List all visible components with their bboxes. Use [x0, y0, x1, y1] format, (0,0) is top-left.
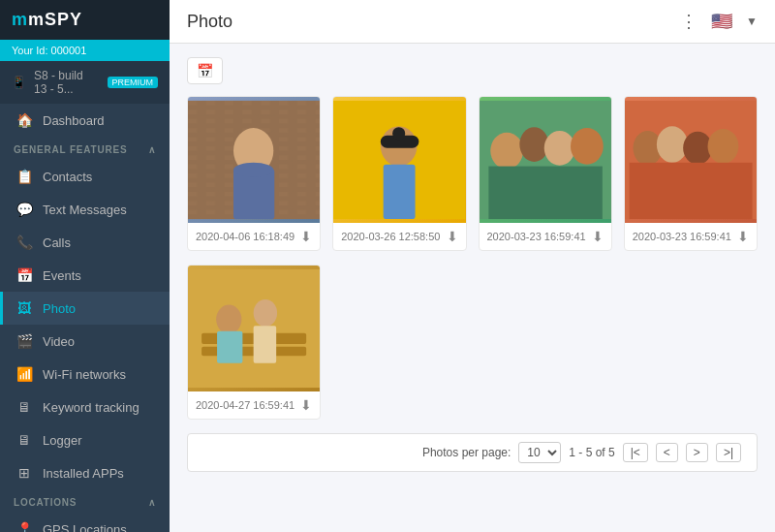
events-label: Events — [43, 268, 81, 283]
sidebar-item-keyword[interactable]: 🖥 Keyword tracking — [0, 391, 170, 423]
photo-date-5: 2020-04-27 16:59:41 — [196, 399, 294, 411]
video-label: Video — [43, 334, 75, 349]
sidebar-item-text-messages[interactable]: 💬 Text Messages — [0, 193, 170, 226]
sidebar-item-contacts[interactable]: 📋 Contacts — [0, 160, 170, 193]
gps-icon: 📍 — [16, 521, 33, 532]
photo-card-4: 2020-03-23 16:59:41 ⬇ — [624, 96, 758, 251]
photo-card-2: 2020-03-26 12:58:50 ⬇ — [332, 96, 466, 251]
collapse-locations-icon[interactable]: ∧ — [148, 497, 156, 508]
sidebar-item-apps[interactable]: ⊞ Installed APPs — [0, 456, 170, 489]
sidebar-item-logger[interactable]: 🖥 Logger — [0, 423, 170, 456]
top-bar-right: ⋮ 🇺🇸 ▼ — [680, 11, 758, 32]
sidebar: mmSPY Your Id: 000001 📱 S8 - build 13 - … — [0, 0, 170, 532]
video-icon: 🎬 — [16, 333, 33, 349]
svg-point-6 — [233, 163, 273, 177]
svg-point-27 — [216, 305, 241, 334]
svg-rect-30 — [254, 326, 276, 363]
sidebar-item-dashboard[interactable]: 🏠 Dashboard — [0, 104, 170, 137]
content-area: 📅 — [170, 44, 775, 532]
text-messages-label: Text Messages — [43, 203, 127, 217]
sidebar-item-gps[interactable]: 📍 GPS Locations — [0, 513, 170, 532]
logo-text: mSPY — [28, 10, 82, 29]
user-id-bar: Your Id: 000001 — [0, 40, 170, 61]
sidebar-item-photo[interactable]: 🖼 Photo — [0, 292, 170, 325]
messages-icon: 💬 — [16, 202, 33, 217]
per-page-label: Photos per page: — [422, 446, 511, 459]
locations-label: LOCATIONS — [14, 497, 77, 508]
download-btn-2[interactable]: ⬇ — [447, 229, 458, 244]
device-icon: 📱 — [12, 76, 26, 89]
sidebar-header: mmSPY — [0, 0, 170, 40]
main-content: Photo ⋮ 🇺🇸 ▼ 📅 — [170, 0, 775, 532]
contacts-label: Contacts — [43, 170, 92, 184]
top-bar: Photo ⋮ 🇺🇸 ▼ — [170, 0, 775, 44]
photo-meta-1: 2020-04-06 16:18:49 ⬇ — [188, 223, 320, 250]
user-id-label: Your Id: 000001 — [12, 45, 86, 56]
calls-label: Calls — [43, 235, 71, 250]
svg-point-16 — [570, 128, 603, 165]
photo-date-4: 2020-03-23 16:59:41 — [633, 231, 731, 242]
download-btn-4[interactable]: ⬇ — [737, 229, 749, 244]
download-btn-5[interactable]: ⬇ — [300, 397, 312, 413]
calls-icon: 📞 — [16, 235, 33, 250]
photo-svg-1 — [188, 97, 320, 223]
svg-point-28 — [254, 299, 277, 327]
first-page-btn[interactable]: |< — [623, 443, 648, 462]
photo-date-2: 2020-03-26 12:58:50 — [341, 231, 440, 242]
wifi-label: Wi-Fi networks — [43, 367, 126, 382]
dashboard-label: Dashboard — [43, 113, 105, 128]
photo-thumb-1 — [188, 97, 320, 223]
page-title: Photo — [187, 12, 232, 32]
photo-grid-row1: 2020-04-06 16:18:49 ⬇ 2020-03-26 12 — [187, 96, 758, 251]
photo-label: Photo — [43, 301, 76, 316]
svg-point-13 — [490, 133, 523, 170]
device-name: S8 - build 13 - 5... — [34, 69, 98, 96]
photo-meta-2: 2020-03-26 12:58:50 ⬇ — [333, 223, 465, 250]
photo-svg-3 — [480, 97, 611, 223]
home-icon: 🏠 — [16, 112, 33, 128]
general-features-label: GENERAL FEATURES — [14, 144, 127, 155]
prev-page-btn[interactable]: < — [656, 443, 678, 462]
svg-point-15 — [543, 131, 574, 166]
contacts-icon: 📋 — [16, 169, 33, 184]
sidebar-item-calls[interactable]: 📞 Calls — [0, 226, 170, 259]
svg-rect-23 — [629, 163, 752, 219]
logger-icon: 🖥 — [16, 432, 33, 448]
calendar-filter-row: 📅 — [187, 57, 758, 84]
gps-label: GPS Locations — [43, 522, 127, 533]
per-page-select[interactable]: 10 25 50 — [518, 442, 561, 463]
keyword-icon: 🖥 — [16, 399, 33, 415]
photo-meta-3: 2020-03-23 16:59:41 ⬇ — [480, 223, 611, 250]
sidebar-item-video[interactable]: 🎬 Video — [0, 325, 170, 358]
last-page-btn[interactable]: >| — [716, 443, 741, 462]
svg-rect-9 — [384, 165, 416, 219]
photo-thumb-4 — [625, 97, 757, 223]
calendar-button[interactable]: 📅 — [187, 57, 223, 84]
photo-date-1: 2020-04-06 16:18:49 — [196, 231, 294, 242]
svg-rect-29 — [217, 331, 242, 363]
general-features-header: GENERAL FEATURES ∧ — [0, 137, 170, 160]
photo-thumb-5 — [188, 266, 320, 391]
collapse-icon[interactable]: ∧ — [148, 144, 156, 155]
download-btn-1[interactable]: ⬇ — [300, 229, 312, 244]
sidebar-item-wifi[interactable]: 📶 Wi-Fi networks — [0, 358, 170, 391]
logger-label: Logger — [43, 433, 81, 448]
svg-point-20 — [657, 126, 688, 163]
dots-menu-btn[interactable]: ⋮ — [680, 11, 698, 32]
wifi-icon: 📶 — [16, 366, 33, 382]
svg-point-22 — [707, 129, 738, 164]
pagination-bar: Photos per page: 10 25 50 1 - 5 of 5 |< … — [187, 433, 758, 472]
next-page-btn[interactable]: > — [686, 443, 708, 462]
svg-point-14 — [519, 127, 548, 162]
photo-thumb-2 — [333, 97, 465, 223]
sidebar-item-events[interactable]: 📅 Events — [0, 259, 170, 292]
photo-meta-4: 2020-03-23 16:59:41 ⬇ — [625, 223, 757, 250]
download-btn-3[interactable]: ⬇ — [592, 229, 604, 244]
dropdown-arrow[interactable]: ▼ — [746, 15, 758, 28]
svg-point-11 — [392, 127, 405, 140]
apps-icon: ⊞ — [16, 465, 33, 481]
events-icon: 📅 — [16, 267, 33, 283]
photo-meta-5: 2020-04-27 16:59:41 ⬇ — [188, 391, 320, 419]
photo-svg-5 — [188, 266, 320, 391]
locations-header: LOCATIONS ∧ — [0, 489, 170, 513]
